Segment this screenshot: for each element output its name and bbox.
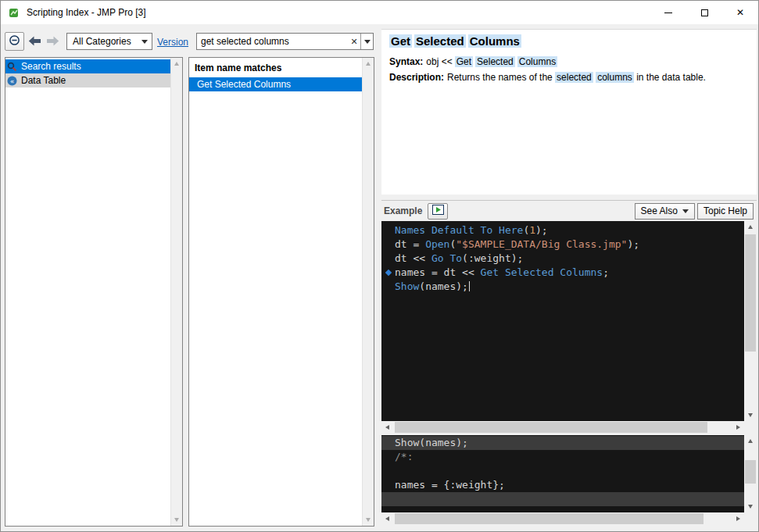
search-history-dropdown[interactable]: [361, 40, 373, 44]
execution-marker-icon: [381, 266, 395, 280]
log-panel[interactable]: Show(names);/*:names = {:weight};: [381, 435, 744, 512]
title-word: Columns: [468, 34, 521, 48]
code-token: names = dt <<: [395, 266, 481, 278]
scroll-left-button[interactable]: [381, 512, 393, 525]
circle-minus-icon: [9, 34, 20, 48]
result-item[interactable]: Get Selected Columns: [189, 77, 362, 91]
code-line: dt << Go To(:weight);: [381, 252, 744, 266]
see-also-button[interactable]: See Also: [635, 203, 695, 220]
scroll-right-button[interactable]: [732, 512, 744, 525]
results-panel: Item name matches Get Selected Columns: [188, 57, 374, 527]
scroll-down-button[interactable]: [171, 514, 182, 526]
triangle-right-icon: [736, 425, 740, 430]
triangle-down-icon: [748, 505, 753, 509]
scroll-right-button[interactable]: [732, 421, 744, 434]
search-input[interactable]: [197, 34, 348, 49]
log-horizontal-scrollbar[interactable]: [381, 512, 744, 525]
scrollbar-corner: [744, 421, 757, 434]
minimize-icon: [664, 12, 672, 13]
text-caret: [469, 281, 470, 291]
topic-help-label: Topic Help: [704, 205, 747, 216]
code-token: );: [535, 224, 548, 236]
syntax-label: Syntax:: [389, 56, 423, 67]
results-header: Item name matches: [189, 59, 362, 77]
scrollbar-thumb[interactable]: [395, 422, 707, 433]
code-line: names = dt << Get Selected Columns;: [381, 266, 744, 280]
gutter: [381, 280, 395, 294]
code-token: (names);: [419, 280, 468, 292]
syntax-words: GetSelectedColumns: [455, 56, 560, 67]
triangle-down-icon: [748, 413, 753, 417]
maximize-button[interactable]: [686, 1, 722, 24]
code-line: dt = Open("$SAMPLE_DATA/Big Class.jmp");: [381, 237, 744, 252]
description-text: Returns the names of the selected column…: [447, 72, 706, 83]
triangle-down-icon: [366, 518, 371, 522]
back-arrow-icon: [28, 36, 41, 48]
syntax-word: Get: [455, 56, 473, 67]
version-link[interactable]: Version: [157, 37, 188, 48]
scroll-down-button[interactable]: [744, 409, 757, 421]
code-line: Names Default To Here(1);: [381, 223, 744, 237]
chevron-down-icon: [682, 209, 689, 213]
back-button[interactable]: [26, 35, 44, 48]
diamond-icon: [385, 270, 391, 276]
scroll-down-button[interactable]: [363, 514, 374, 526]
run-example-button[interactable]: [428, 203, 448, 220]
sidebar-item-search-results[interactable]: Search results: [5, 59, 170, 73]
log-line: /*:: [381, 450, 744, 464]
scroll-up-button[interactable]: [363, 58, 374, 70]
code-token: dt =: [395, 238, 425, 250]
scroll-down-button[interactable]: [744, 501, 757, 512]
topic-title: GetSelectedColumns: [389, 34, 750, 48]
svg-text:«: «: [10, 77, 15, 84]
minimize-button[interactable]: [650, 1, 686, 24]
log-line: [381, 464, 744, 478]
clear-search-icon[interactable]: ✕: [348, 37, 360, 47]
results-content: Item name matches Get Selected Columns: [189, 58, 362, 526]
app-icon: [8, 6, 20, 19]
scripting-index-window: Scripting Index - JMP Pro [3] ✕ All Cate…: [0, 0, 759, 532]
forward-button[interactable]: [44, 35, 62, 48]
scrollbar-thumb[interactable]: [745, 234, 756, 352]
code-editor[interactable]: Names Default To Here(1);dt = Open("$SAM…: [381, 221, 744, 421]
title-word: Get: [389, 34, 412, 48]
chevron-down-icon: [364, 40, 371, 44]
editor-horizontal-scrollbar[interactable]: [381, 421, 744, 434]
syntax-prefix: obj <<: [426, 56, 452, 67]
gutter: [381, 223, 395, 237]
forward-arrow-icon: [46, 36, 59, 48]
maximize-icon: [701, 9, 708, 16]
triangle-up-icon: [366, 62, 371, 66]
code-line: Show(names);: [381, 280, 744, 294]
see-also-label: See Also: [641, 205, 678, 216]
scroll-up-button[interactable]: [171, 58, 182, 70]
categories-dropdown[interactable]: All Categories: [66, 33, 152, 50]
category-scrollbar[interactable]: [170, 58, 182, 526]
triangle-up-icon: [174, 62, 179, 66]
topic-help-button[interactable]: Topic Help: [697, 203, 754, 220]
description-highlight: columns: [596, 72, 634, 83]
triangle-left-icon: [385, 425, 389, 430]
run-script-icon: [432, 205, 444, 217]
results-scrollbar[interactable]: [362, 58, 374, 526]
triangle-up-icon: [748, 225, 753, 229]
data-table-icon: «: [7, 76, 18, 86]
scroll-up-button[interactable]: [744, 221, 757, 233]
scrollbar-thumb[interactable]: [745, 460, 756, 484]
scrollbar-thumb[interactable]: [395, 513, 704, 524]
triangle-right-icon: [736, 516, 740, 521]
detail-panel: GetSelectedColumns Syntax:obj <<GetSelec…: [381, 29, 757, 195]
category-panel: Search results«Data Table: [5, 57, 183, 527]
close-button[interactable]: ✕: [722, 1, 758, 24]
editor-vertical-scrollbar[interactable]: [744, 221, 757, 421]
example-bar: Example See Also Topic Help: [381, 200, 757, 221]
category-list: Search results«Data Table: [5, 58, 170, 526]
scroll-left-button[interactable]: [381, 421, 393, 434]
results-list: Get Selected Columns: [189, 77, 362, 91]
code-token: );: [627, 238, 639, 250]
sidebar-item-data-table[interactable]: «Data Table: [5, 73, 170, 87]
scroll-up-button[interactable]: [744, 435, 757, 447]
log-vertical-scrollbar[interactable]: [744, 435, 757, 512]
remove-search-result-button[interactable]: [5, 32, 24, 51]
description-highlight: selected: [555, 72, 593, 83]
